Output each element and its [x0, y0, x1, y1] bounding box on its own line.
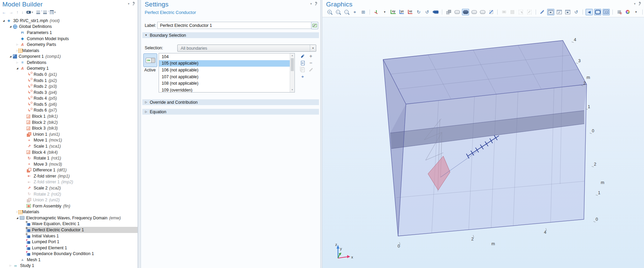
reset-hiding-button[interactable]: ↺ [573, 9, 580, 15]
tree-item-block-2[interactable]: Block 2(blk2) [0, 119, 138, 125]
tree-item-rods-1[interactable]: ↳Rods 1(pi2) [0, 78, 138, 84]
paste-selection-button[interactable] [299, 66, 307, 73]
section-override-and-contribution[interactable]: ▷ Override and Contribution [142, 99, 319, 105]
remove-from-selection-button[interactable]: − [307, 60, 315, 66]
label-field[interactable]: Perfect Electric Conductor 1 [157, 22, 312, 29]
tree-item-union-1[interactable]: Union 1(uni1) [0, 131, 138, 137]
pin-icon[interactable] [132, 2, 135, 5]
model-tree-node-text-button[interactable]: ▾ [50, 10, 56, 14]
pin-icon[interactable] [638, 2, 641, 5]
chevron-down-icon[interactable]: ▾ [128, 2, 129, 5]
color-theme-button[interactable] [624, 9, 631, 15]
tree-item-definitions[interactable]: ▷≡Definitions [0, 60, 138, 66]
tree-item-rods-6[interactable]: ↳Rods 6(pi7) [0, 107, 138, 114]
zoom-extents-button[interactable]: ⌖ [351, 9, 358, 15]
tree-item-union-2[interactable]: Union 2(uni2) [0, 197, 138, 203]
add-to-image-selection-button[interactable] [500, 9, 507, 15]
tree-item-perfect-electric-conductor-1[interactable]: Perfect Electric Conductor 1 [0, 227, 138, 233]
show-hide-model-tree-nodes-button[interactable]: ▾ [26, 11, 33, 14]
tree-item-difference-1[interactable]: Difference 1(dif1) [0, 167, 138, 173]
color-theme-menu-button[interactable]: ▾ [632, 9, 640, 15]
collapse-all-button[interactable]: ↑ [36, 11, 40, 14]
disable-updates-button[interactable] [487, 9, 495, 15]
tree-item-z-fold-stirrer[interactable]: ⇤Z-fold stirrer(imp1) [0, 173, 138, 179]
tree-item-move-3[interactable]: +Move 3(mov3) [0, 161, 138, 167]
tree-collapse-icon[interactable]: ▷ [15, 61, 20, 64]
tree-item-block-1[interactable]: Block 1(blk1) [0, 113, 138, 119]
clear-selection-button[interactable] [299, 53, 307, 60]
copy-selection-button[interactable] [299, 60, 307, 66]
deselect-box-button[interactable] [526, 9, 533, 15]
boundary-list-item-105-not-applicable[interactable]: 105 (not applicable) [159, 60, 290, 67]
zoom-to-image-selection-button[interactable] [509, 9, 516, 15]
tree-item-scale-2[interactable]: ⇗Scale 2(sca2) [0, 185, 138, 191]
tree-item-rods-3[interactable]: ↳Rods 3(pi4) [0, 89, 138, 96]
move-up-button[interactable]: ↑ [16, 10, 18, 14]
tree-item-mesh-1[interactable]: ▲Mesh 1 [0, 257, 138, 263]
tree-item-move-1[interactable]: +Move 1(mov1) [0, 137, 138, 144]
zoom-in-button[interactable]: + [326, 9, 333, 15]
tree-item-component-1[interactable]: ◢Component 1(comp1) [0, 53, 138, 60]
clear-scene-button[interactable] [615, 9, 623, 15]
chevron-down-icon[interactable]: ▾ [310, 2, 312, 5]
tree-collapse-icon[interactable]: ▷ [8, 264, 13, 267]
show-axis-orientation-button[interactable] [603, 9, 610, 15]
scene-movie-button[interactable] [432, 9, 439, 15]
scene-light-button[interactable] [445, 9, 452, 15]
rotate-counterclockwise-button[interactable]: ↺ [424, 9, 431, 15]
transparency-button[interactable] [470, 9, 478, 15]
tree-expand-icon[interactable]: ◢ [15, 67, 20, 70]
tree-item-rotate-1[interactable]: ↻Rotate 1(rot1) [0, 155, 138, 161]
tree-item-parameters-1[interactable]: PiParameters 1 [0, 30, 138, 36]
tree-collapse-icon[interactable]: ▷ [15, 43, 20, 46]
boundary-list-item-106-not-applicable[interactable]: 106 (not applicable) [159, 67, 290, 73]
tree-item-materials[interactable]: ▷Materials [0, 209, 138, 215]
selection-dropdown[interactable]: All boundaries ▾ [177, 45, 316, 52]
zoom-out-button[interactable]: − [334, 9, 341, 15]
tree-item-form-assembly[interactable]: Form Assembly(fin) [0, 203, 138, 209]
pin-icon[interactable] [315, 2, 318, 5]
chevron-down-icon[interactable]: ▾ [634, 2, 636, 5]
zoom-to-selection-button[interactable]: ⌖ [299, 73, 307, 80]
scroll-up-icon[interactable]: ▲ [290, 53, 294, 58]
tree-item-rotate-2[interactable]: ↻Rotate 2(rot2) [0, 191, 138, 197]
show-material-color-and-texture-button[interactable] [462, 9, 469, 15]
tree-item-rods-4[interactable]: ↳Rods 4(pi5) [0, 96, 138, 102]
view-xy-plane-button[interactable]: xy [390, 9, 397, 15]
tree-expand-icon[interactable]: ◢ [8, 25, 13, 28]
tree-item-common-model-inputs[interactable]: ◆Common Model Inputs [0, 36, 138, 42]
view-unhidden-button[interactable] [547, 9, 554, 15]
tree-expand-icon[interactable]: ◢ [15, 217, 20, 219]
scroll-down-icon[interactable]: ▼ [290, 88, 294, 92]
select-box-button[interactable] [517, 9, 524, 15]
view-xz-plane-button[interactable]: xz [407, 9, 414, 15]
go-to-default-3d-view-button[interactable] [373, 9, 380, 15]
tree-item-3d-rvc-stir1-mph[interactable]: ◢◈3D RVC_stir1.mph(root) [0, 18, 138, 24]
boundary-list-item-108-not-applicable[interactable]: 108 (not applicable) [159, 80, 290, 87]
section-equation[interactable]: ▷ Equation [142, 109, 319, 115]
tree-item-z-fold-stirrer-1[interactable]: ⇤Z-fold stirrer 1(imp2) [0, 179, 138, 185]
graphics-canvas[interactable]: 43m2102m1002m4 z y x [322, 17, 644, 268]
tree-item-electromagnetic-waves-frequency-domain[interactable]: ◢Electromagnetic Waves, Frequency Domain… [0, 215, 138, 221]
rotate-clockwise-button[interactable]: ↻ [415, 9, 422, 15]
tree-item-lumped-port-1[interactable]: Lumped Port 1 [0, 239, 138, 245]
view-hidden-window-button[interactable] [564, 9, 571, 15]
tree-item-scale-1[interactable]: ⇗Scale 1(sca1) [0, 143, 138, 149]
tree-item-global-definitions[interactable]: ◢Global Definitions [0, 24, 138, 30]
move-down-button[interactable]: ↓ [21, 10, 23, 14]
tree-expand-icon[interactable]: ◢ [1, 19, 6, 22]
tree-item-materials[interactable]: ▷Materials [0, 48, 138, 54]
tree-item-wave-equation-electric-1[interactable]: Wave Equation, Electric 1 [0, 221, 138, 227]
back-button[interactable]: ← [2, 10, 6, 14]
active-toggle-button[interactable]: ON [143, 53, 157, 67]
section-boundary-selection[interactable]: ▼ Boundary Selection [142, 32, 319, 38]
hide-objects-window-button[interactable] [556, 9, 563, 15]
tree-item-initial-values-1[interactable]: Initial Values 1 [0, 233, 138, 239]
tree-item-rods-2[interactable]: ↳Rods 2(pi3) [0, 83, 138, 89]
show-grid-button[interactable] [594, 9, 601, 15]
wireframe-rendering-button[interactable] [479, 9, 486, 15]
tree-item-impedance-boundary-condition-1[interactable]: Impedance Boundary Condition 1 [0, 251, 138, 257]
zoom-box-button[interactable]: ▫ [343, 9, 350, 15]
rename-label-button[interactable] [311, 22, 318, 29]
tree-item-rods-0[interactable]: ↳Rods 0(pi1) [0, 71, 138, 78]
